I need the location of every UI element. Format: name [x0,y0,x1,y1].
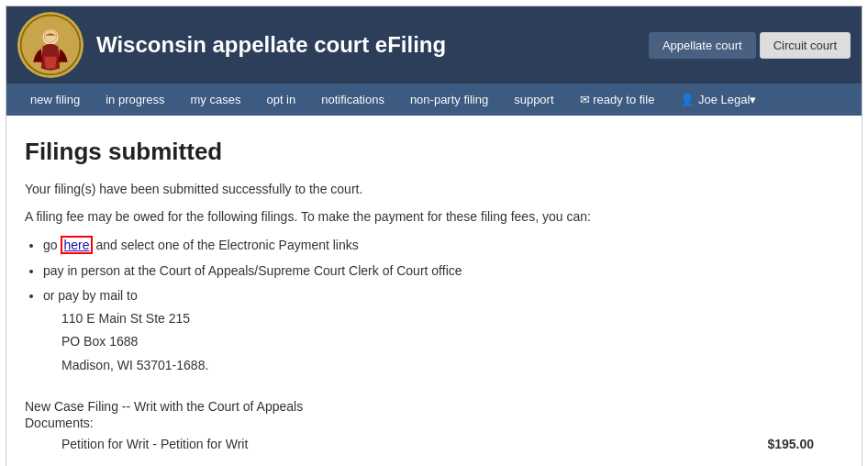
court-switcher: Appellate court Circuit court [649,32,851,59]
appellate-court-button[interactable]: Appellate court [649,32,756,59]
circuit-court-button[interactable]: Circuit court [760,32,851,59]
nav-bar: new filing in progress my cases opt in n… [6,83,862,116]
intro-line2: A filing fee may be owed for the followi… [25,206,814,227]
petition-item-price: $195.00 [767,434,814,456]
mailing-address: 110 E Main St Ste 215 PO Box 1688 Madiso… [61,307,814,377]
header-left: Wisconsin appellate court eFiling [17,12,446,78]
documents-list: Petition for Writ - Petition for Writ $1… [43,434,814,456]
nav-item-opt-in[interactable]: opt in [253,83,308,116]
svg-point-2 [44,30,57,43]
documents-label: Documents: [25,416,814,430]
petition-item-name: Petition for Writ - Petition for Writ [61,434,248,456]
nav-item-new-filing[interactable]: new filing [17,83,93,116]
payment-option-in-person: pay in person at the Court of Appeals/Su… [43,261,814,283]
nav-item-in-progress[interactable]: in progress [93,83,177,116]
header-title: Wisconsin appellate court eFiling [96,32,446,58]
address-line2: PO Box 1688 [61,330,814,353]
filing-section: New Case Filing -- Writ with the Court o… [25,399,814,456]
bullet3-pre: or pay by mail to [43,288,138,303]
page-title: Filings submitted [25,138,814,166]
logo [17,12,83,78]
filing-case-title: New Case Filing -- Writ with the Court o… [25,399,814,414]
payment-option-online: go here and select one of the Electronic… [43,235,814,257]
nav-item-user-menu[interactable]: 👤 Joe Legal▾ [667,83,769,116]
nav-item-my-cases[interactable]: my cases [178,83,254,116]
bullet1-pre: go [43,238,61,252]
petition-item-row: Petition for Writ - Petition for Writ $1… [43,434,814,456]
bullet1-post: and select one of the Electronic Payment… [93,238,359,252]
nav-item-non-party-filing[interactable]: non-party filing [397,83,501,116]
address-line3: Madison, WI 53701-1688. [61,354,814,377]
main-content: Filings submitted Your filing(s) have be… [6,116,832,466]
here-link[interactable]: here [61,236,92,254]
intro-line1: Your filing(s) have been submitted succe… [25,179,814,199]
nav-item-notifications[interactable]: notifications [308,83,397,116]
payment-option-mail: or pay by mail to 110 E Main St Ste 215 … [43,285,814,376]
header: Wisconsin appellate court eFiling Appell… [6,6,862,83]
address-line1: 110 E Main St Ste 215 [61,307,814,330]
nav-item-support[interactable]: support [501,83,566,116]
nav-item-ready-to-file[interactable]: ✉ ready to file [567,83,668,116]
payment-options-list: go here and select one of the Electronic… [43,235,814,377]
